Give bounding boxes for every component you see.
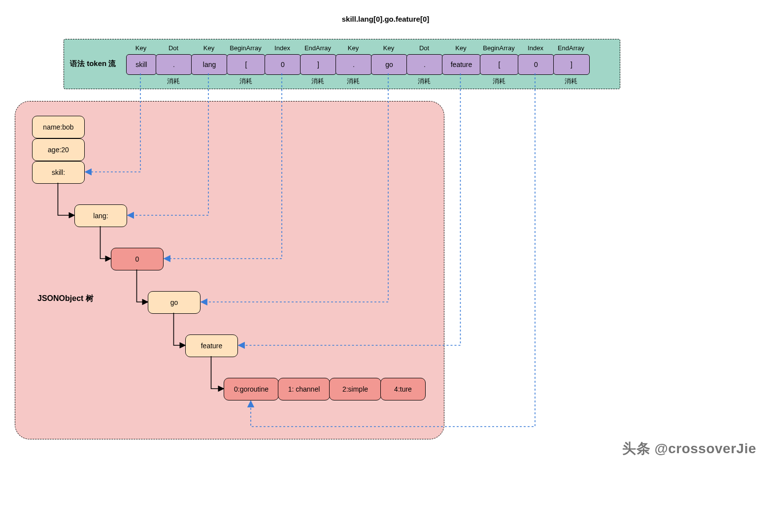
token-cell-6: . — [335, 54, 372, 75]
token-type-11: Index — [518, 44, 553, 52]
watermark: 头条 @crossoverJie — [622, 439, 756, 458]
token-type-9: Key — [442, 44, 480, 52]
token-consume-8: 消耗 — [406, 77, 442, 86]
node-n_skill: skill: — [32, 161, 85, 184]
token-type-12: EndArray — [553, 44, 589, 52]
token-cell-9: feature — [442, 54, 481, 75]
token-type-10: BeginArray — [480, 44, 518, 52]
token-cell-12: ] — [553, 54, 590, 75]
diagram-canvas: skill.lang[0].go.feature[0] 语法 token 流 s… — [0, 0, 771, 532]
node-n_idx0: 0 — [111, 248, 164, 270]
tree-panel-title: JSONObject 树 — [37, 294, 94, 304]
token-cell-7: go — [371, 54, 407, 75]
token-consume-5: 消耗 — [300, 77, 335, 86]
token-type-8: Dot — [406, 44, 442, 52]
token-consume-6: 消耗 — [335, 77, 371, 86]
token-type-1: Dot — [156, 44, 191, 52]
token-type-3: BeginArray — [227, 44, 265, 52]
token-consume-3: 消耗 — [227, 77, 265, 86]
token-type-7: Key — [371, 44, 406, 52]
node-n_f0: 0:goroutine — [224, 378, 279, 400]
token-type-2: Key — [191, 44, 227, 52]
token-type-0: Key — [126, 44, 156, 52]
token-consume-1: 消耗 — [156, 77, 191, 86]
token-cell-1: . — [156, 54, 192, 75]
token-cell-2: lang — [191, 54, 228, 75]
node-n_f2: 2:simple — [329, 378, 381, 400]
node-n_age: age:20 — [32, 138, 85, 161]
token-type-6: Key — [335, 44, 371, 52]
token-panel-title: 语法 token 流 — [70, 59, 116, 68]
token-cell-10: [ — [480, 54, 519, 75]
token-cell-3: [ — [227, 54, 266, 75]
node-n_f1: 1: channel — [278, 378, 330, 400]
token-cell-0: skill — [126, 54, 157, 75]
node-n_name: name:bob — [32, 116, 85, 138]
token-cell-11: 0 — [518, 54, 554, 75]
token-cell-8: . — [406, 54, 443, 75]
token-cell-5: ] — [300, 54, 336, 75]
node-n_feature: feature — [185, 334, 238, 357]
node-n_f4: 4:ture — [380, 378, 426, 400]
node-n_go: go — [148, 291, 201, 314]
token-type-5: EndArray — [300, 44, 335, 52]
token-type-4: Index — [265, 44, 300, 52]
token-consume-10: 消耗 — [480, 77, 518, 86]
expression-title: skill.lang[0].go.feature[0] — [0, 15, 771, 23]
token-consume-12: 消耗 — [553, 77, 589, 86]
token-panel: 语法 token 流 skillKey.Dot消耗langKey[BeginAr… — [64, 39, 620, 89]
token-cell-4: 0 — [265, 54, 301, 75]
node-n_lang: lang: — [74, 204, 127, 227]
